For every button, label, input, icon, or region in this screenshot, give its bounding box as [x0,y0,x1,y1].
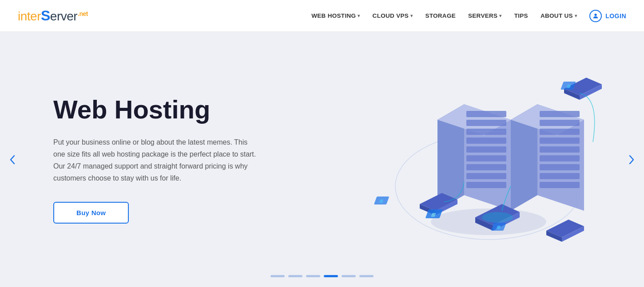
svg-rect-21 [540,111,580,117]
nav-item-cloud-vps[interactable]: CLOUD VPS ▾ [373,12,413,19]
logo-server: erver [50,9,77,23]
logo-s: S [41,8,50,24]
svg-rect-9 [466,138,506,144]
slider-next-button[interactable] [624,152,640,168]
svg-rect-25 [540,146,580,153]
logo-inter: inter [18,9,41,23]
hero-description: Put your business online or blog about t… [53,136,258,185]
svg-rect-22 [540,120,580,126]
dot-4[interactable] [324,275,338,277]
svg-rect-24 [540,138,580,144]
slider-prev-button[interactable] [4,152,20,168]
nav-item-web-hosting[interactable]: WEB HOSTING ▾ [311,12,360,19]
svg-rect-27 [540,164,580,170]
svg-rect-12 [466,164,506,170]
buy-now-button[interactable]: Buy Now [53,202,129,224]
site-header: interServer.net WEB HOSTING ▾ CLOUD VPS … [0,0,644,32]
dot-5[interactable] [342,275,356,277]
hero-content: Web Hosting Put your business online or … [0,95,258,224]
svg-rect-10 [466,146,506,153]
login-button[interactable]: LOGIN [589,10,626,22]
dot-6[interactable] [359,275,374,277]
logo-net: .net [78,10,88,17]
svg-rect-26 [540,155,580,161]
nav-item-storage[interactable]: STORAGE [425,12,456,19]
hero-title: Web Hosting [53,95,258,124]
svg-rect-28 [540,173,580,179]
svg-rect-29 [540,182,580,188]
slider-dots [270,275,374,277]
dot-3[interactable] [306,275,320,277]
main-nav: WEB HOSTING ▾ CLOUD VPS ▾ STORAGE SERVER… [311,10,626,22]
user-icon [589,10,602,22]
dot-2[interactable] [288,275,302,277]
svg-point-43 [482,212,513,223]
nav-item-tips[interactable]: TIPS [514,12,528,19]
chevron-down-icon: ▾ [358,13,360,18]
svg-rect-14 [466,182,506,188]
svg-rect-13 [466,173,506,179]
chevron-down-icon: ▾ [410,13,413,18]
svg-point-0 [594,13,596,16]
nav-item-servers[interactable]: SERVERS ▾ [468,12,502,19]
dot-1[interactable] [270,275,285,277]
svg-rect-11 [466,155,506,161]
server-illustration: ⊞ ⊞ ⊞ ⊞ [351,53,617,266]
chevron-down-icon: ▾ [575,13,577,18]
site-logo[interactable]: interServer.net [18,8,88,24]
chevron-down-icon: ▾ [499,13,501,18]
svg-rect-23 [540,129,580,135]
hero-section: Web Hosting Put your business online or … [0,32,644,287]
nav-item-about-us[interactable]: ABOUT US ▾ [541,12,577,19]
